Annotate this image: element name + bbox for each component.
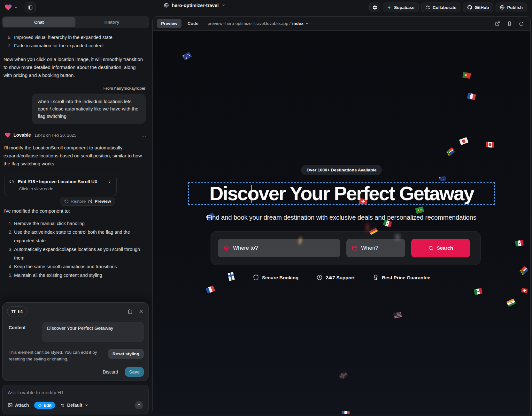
- edit-version-card[interactable]: Edit #18 • Improve Location Scroll UX Cl…: [4, 175, 117, 196]
- attach-button[interactable]: Attach: [8, 403, 29, 408]
- github-label: GitHub: [474, 5, 489, 10]
- list-item: 3.Automatically expand/collapse location…: [0, 245, 144, 262]
- element-tag-pill[interactable]: TT h1: [7, 306, 27, 316]
- globe-icon: [164, 3, 169, 8]
- project-selector[interactable]: hero-optimizer-travel: [164, 3, 226, 8]
- collaborate-people-icon: [425, 5, 430, 10]
- preview-version-button[interactable]: Preview: [88, 199, 111, 204]
- when-input[interactable]: When?: [346, 239, 405, 257]
- list-item: 5.Maintain all the existing content and …: [0, 271, 144, 280]
- message-menu-icon[interactable]: ...: [141, 132, 146, 138]
- open-new-tab-icon[interactable]: [495, 21, 500, 26]
- element-editor-panel: TT h1 Content Discover Your Perfect Geta…: [2, 302, 149, 381]
- restore-icon: [64, 199, 69, 204]
- feature-support: 24/7 Support: [316, 274, 355, 281]
- assistant-list-changes: 1.Remove the manual click handling 2.Use…: [0, 219, 151, 280]
- edit-label: Edit: [44, 403, 52, 408]
- github-button[interactable]: GitHub: [463, 3, 493, 12]
- tab-chat[interactable]: Chat: [3, 17, 75, 27]
- tab-code[interactable]: Code: [188, 21, 198, 26]
- version-actions: Restore Preview: [60, 197, 115, 206]
- assistant-paragraph: I've modified the component to:: [4, 207, 144, 215]
- location-pin-icon: [223, 245, 229, 251]
- settings-button[interactable]: [369, 3, 380, 12]
- search-label: Search: [437, 245, 453, 251]
- reset-styling-button[interactable]: Reset styling: [108, 349, 144, 359]
- publish-button[interactable]: Publish: [496, 3, 527, 12]
- save-button[interactable]: Save: [125, 367, 144, 377]
- assistant-list-previous: 6.Improved visual hierarchy in the expan…: [0, 33, 151, 50]
- mode-selector[interactable]: Default: [60, 403, 88, 408]
- text-type-icon: TT: [12, 309, 16, 314]
- flag-south-africa: [445, 147, 455, 157]
- list-item: 4.Keep the same smooth animations and tr…: [0, 262, 144, 271]
- edit-mode-pill[interactable]: Edit: [34, 402, 55, 409]
- edit-target-icon: [38, 403, 42, 407]
- message-from-label: From harrymckayroper: [0, 86, 145, 91]
- list-item: 1.Remove the manual click handling: [0, 219, 144, 228]
- tab-history[interactable]: History: [75, 17, 148, 27]
- flag-mexico: [474, 288, 482, 295]
- when-placeholder: When?: [361, 245, 378, 251]
- github-icon: [467, 5, 472, 10]
- sidebar-toggle-icon[interactable]: [25, 2, 36, 12]
- feature-best-price: Best Price Guarantee: [373, 274, 430, 281]
- ask-input[interactable]: [8, 390, 143, 396]
- edit-card-subtitle: Click to view code: [19, 186, 112, 191]
- lovable-app: hero-optimizer-travel Supabase Collabora…: [0, 0, 532, 416]
- url-page: index: [292, 21, 303, 26]
- mobile-view-icon[interactable]: [507, 21, 512, 26]
- ask-panel: Attach Edit Default: [2, 385, 149, 414]
- feature-secure-booking: Secure Booking: [253, 274, 298, 281]
- flag-new-zealand: [439, 176, 446, 182]
- assistant-message-header: Lovable 18:42 on Feb 20, 2025 ...: [4, 132, 146, 138]
- flag-france: [206, 285, 215, 294]
- hero-heading[interactable]: Discover Your Perfect Getaway: [209, 182, 474, 205]
- project-chevron-down-icon: [221, 3, 226, 7]
- chevron-right-icon[interactable]: [107, 179, 112, 184]
- send-button[interactable]: [135, 401, 143, 409]
- text-caret: [251, 185, 252, 203]
- user-message-bubble: when i scroll into the individual locati…: [32, 94, 146, 124]
- trash-icon[interactable]: [127, 309, 133, 314]
- h1-selection-box[interactable]: Discover Your Perfect Getaway: [188, 182, 495, 205]
- project-name: hero-optimizer-travel: [172, 3, 219, 8]
- mode-label: Default: [67, 403, 82, 408]
- edit-card-title: Edit #18 • Improve Location Scroll UX: [18, 179, 97, 184]
- where-placeholder: Where to?: [233, 245, 258, 251]
- content-label: Content: [7, 322, 42, 342]
- sliders-icon: [60, 403, 65, 408]
- flag-canada: [486, 141, 494, 148]
- flag-france: [342, 411, 350, 414]
- refresh-icon[interactable]: [519, 21, 524, 26]
- url-host: preview--hero-optimizer-travel.lovable.a…: [208, 21, 291, 26]
- flag-norway: [338, 371, 348, 380]
- collaborate-button[interactable]: Collaborate: [421, 3, 460, 12]
- flag-switzerland: [521, 288, 528, 293]
- workspace-chevron-down-icon[interactable]: [14, 5, 18, 10]
- flag-australia: [182, 52, 192, 61]
- close-icon[interactable]: [138, 309, 144, 314]
- flag-mexico: [515, 240, 524, 246]
- assistant-paragraph: Now when you click on a location image, …: [4, 55, 144, 79]
- supabase-button[interactable]: Supabase: [383, 3, 419, 12]
- preview-label: Preview: [95, 199, 111, 204]
- feature-label: Secure Booking: [262, 275, 298, 280]
- content-field[interactable]: Discover Your Perfect Getaway: [42, 322, 144, 342]
- lovable-heart-icon[interactable]: [4, 4, 12, 11]
- where-to-input[interactable]: Where to?: [218, 239, 340, 257]
- preview-url[interactable]: preview--hero-optimizer-travel.lovable.a…: [208, 21, 309, 26]
- element-tag: h1: [18, 309, 23, 314]
- preview-panel: Preview Code preview--hero-optimizer-tra…: [152, 16, 531, 414]
- discard-button[interactable]: Discard: [103, 369, 118, 374]
- top-bar: hero-optimizer-travel Supabase Collabora…: [0, 0, 532, 15]
- chat-history-tabs: Chat History: [2, 16, 149, 28]
- assistant-paragraph: I'll modify the LocationScroll component…: [4, 144, 144, 168]
- preview-header: Preview Code preview--hero-optimizer-tra…: [153, 17, 530, 31]
- restore-button[interactable]: Restore: [64, 199, 86, 204]
- calendar-icon: [352, 245, 358, 251]
- search-button[interactable]: Search: [411, 239, 470, 257]
- arrow-up-icon: [137, 403, 141, 407]
- tab-preview[interactable]: Preview: [157, 19, 181, 28]
- collaborate-label: Collaborate: [433, 5, 456, 10]
